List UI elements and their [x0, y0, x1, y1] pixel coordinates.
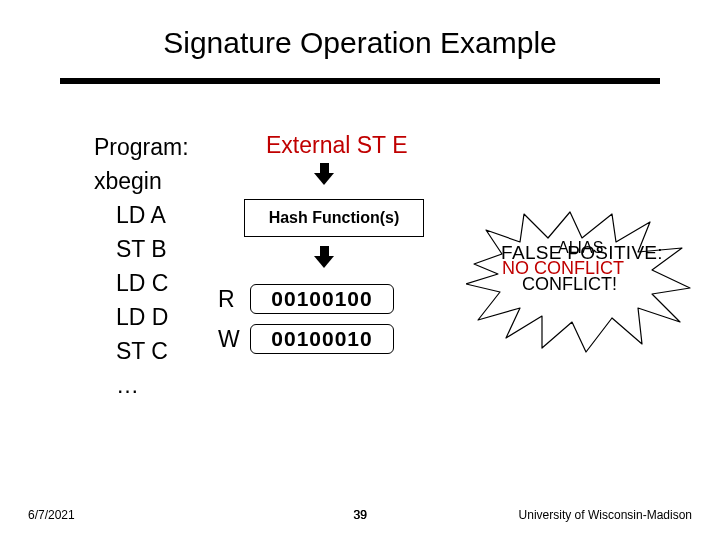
program-line-ellipsis: … [94, 368, 189, 402]
external-event-label: External ST E [266, 132, 407, 159]
program-line-xbegin: xbegin [94, 164, 189, 198]
title-divider [60, 78, 660, 84]
slide-title: Signature Operation Example [0, 26, 720, 60]
register-r-bits: 00100100 [250, 284, 394, 314]
slide: Signature Operation Example Program: xbe… [0, 0, 720, 540]
program-line-ld-a: LD A [94, 198, 189, 232]
register-r-row: R 00100100 [218, 284, 394, 314]
register-w-row: W 00100010 [218, 324, 394, 354]
program-block: Program: xbegin LD A ST B LD C LD D ST C… [94, 130, 189, 402]
program-header: Program: [94, 130, 189, 164]
callout-burst: ALIAS FALSE POSITIVE: NO CONFLICT CONFLI… [472, 212, 692, 352]
arrow-down-icon [315, 246, 333, 268]
register-r-label: R [218, 286, 250, 313]
program-line-ld-d: LD D [94, 300, 189, 334]
register-w-bits: 00100010 [250, 324, 394, 354]
register-w-label: W [218, 326, 250, 353]
program-line-ld-c: LD C [94, 266, 189, 300]
program-line-st-c: ST C [94, 334, 189, 368]
footer-affiliation: University of Wisconsin-Madison [519, 508, 692, 522]
hash-function-box: Hash Function(s) [244, 199, 424, 237]
program-line-st-b: ST B [94, 232, 189, 266]
burst-conflict-text: CONFLICT! [522, 274, 617, 295]
arrow-down-icon [315, 163, 333, 185]
